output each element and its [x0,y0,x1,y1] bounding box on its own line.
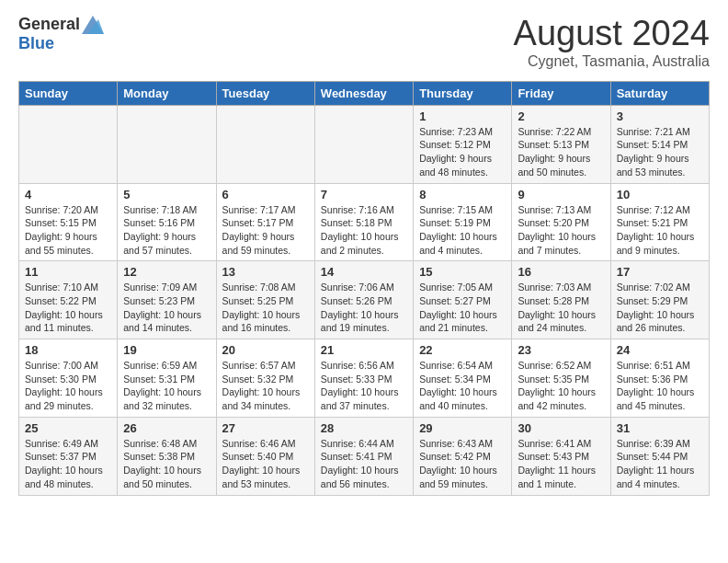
day-info: Sunrise: 6:56 AMSunset: 5:33 PMDaylight:… [321,359,407,413]
day-info: Sunrise: 6:57 AMSunset: 5:32 PMDaylight:… [222,359,309,413]
day-number: 28 [321,421,407,435]
col-saturday: Saturday [610,81,709,105]
table-row: 15Sunrise: 7:05 AMSunset: 5:27 PMDayligh… [414,261,512,339]
table-row: 28Sunrise: 6:44 AMSunset: 5:41 PMDayligh… [314,417,413,495]
table-row: 30Sunrise: 6:41 AMSunset: 5:43 PMDayligh… [512,417,610,495]
table-row: 3Sunrise: 7:21 AMSunset: 5:14 PMDaylight… [610,105,709,183]
day-info: Sunrise: 6:46 AMSunset: 5:40 PMDaylight:… [222,437,309,491]
day-number: 19 [123,343,210,357]
day-number: 20 [222,343,309,357]
table-row: 7Sunrise: 7:16 AMSunset: 5:18 PMDaylight… [314,183,413,261]
table-row: 16Sunrise: 7:03 AMSunset: 5:28 PMDayligh… [512,261,610,339]
col-monday: Monday [118,81,216,105]
calendar-week-row: 18Sunrise: 7:00 AMSunset: 5:30 PMDayligh… [19,339,710,418]
day-info: Sunrise: 6:44 AMSunset: 5:41 PMDaylight:… [321,437,407,491]
table-row [314,105,413,183]
table-row: 13Sunrise: 7:08 AMSunset: 5:25 PMDayligh… [216,261,314,339]
table-row: 2Sunrise: 7:22 AMSunset: 5:13 PMDaylight… [512,105,610,183]
table-row [118,105,216,183]
calendar-week-row: 4Sunrise: 7:20 AMSunset: 5:15 PMDaylight… [19,183,710,261]
day-number: 18 [25,343,111,357]
day-info: Sunrise: 6:51 AMSunset: 5:36 PMDaylight:… [617,359,703,413]
day-number: 10 [617,188,703,201]
day-number: 23 [518,343,604,357]
day-number: 16 [518,265,604,279]
table-row: 4Sunrise: 7:20 AMSunset: 5:15 PMDaylight… [19,183,118,261]
day-number: 2 [518,109,604,123]
table-row: 5Sunrise: 7:18 AMSunset: 5:16 PMDaylight… [118,183,216,261]
day-number: 6 [222,188,309,201]
day-number: 26 [123,421,210,435]
day-info: Sunrise: 7:23 AMSunset: 5:12 PMDaylight:… [419,125,506,179]
header-row: Sunday Monday Tuesday Wednesday Thursday… [19,81,710,105]
table-row: 19Sunrise: 6:59 AMSunset: 5:31 PMDayligh… [118,339,216,418]
calendar-week-row: 1Sunrise: 7:23 AMSunset: 5:12 PMDaylight… [19,105,710,183]
day-info: Sunrise: 6:41 AMSunset: 5:43 PMDaylight:… [518,437,604,491]
day-info: Sunrise: 7:10 AMSunset: 5:22 PMDaylight:… [25,281,111,335]
col-wednesday: Wednesday [314,81,413,105]
day-number: 24 [617,343,703,357]
day-info: Sunrise: 7:20 AMSunset: 5:15 PMDaylight:… [25,203,111,258]
day-number: 1 [419,109,506,123]
calendar-table: Sunday Monday Tuesday Wednesday Thursday… [18,81,710,496]
table-row: 25Sunrise: 6:49 AMSunset: 5:37 PMDayligh… [19,417,118,495]
table-row: 24Sunrise: 6:51 AMSunset: 5:36 PMDayligh… [610,339,709,418]
table-row: 14Sunrise: 7:06 AMSunset: 5:26 PMDayligh… [314,261,413,339]
col-tuesday: Tuesday [216,81,314,105]
month-title: August 2024 [514,15,710,53]
table-row [19,105,118,183]
day-info: Sunrise: 6:54 AMSunset: 5:34 PMDaylight:… [419,359,506,413]
day-number: 29 [419,421,506,435]
page-header: General Blue August 2024 Cygnet, Tasmani… [18,15,710,70]
day-number: 17 [617,265,703,279]
day-number: 27 [222,421,309,435]
day-number: 25 [25,421,111,435]
day-info: Sunrise: 7:18 AMSunset: 5:16 PMDaylight:… [123,203,210,258]
day-number: 9 [518,188,604,201]
table-row: 17Sunrise: 7:02 AMSunset: 5:29 PMDayligh… [610,261,709,339]
day-number: 8 [419,188,506,201]
day-info: Sunrise: 7:16 AMSunset: 5:18 PMDaylight:… [321,203,407,258]
day-info: Sunrise: 7:08 AMSunset: 5:25 PMDaylight:… [222,281,309,335]
calendar-week-row: 11Sunrise: 7:10 AMSunset: 5:22 PMDayligh… [19,261,710,339]
day-number: 5 [123,188,210,201]
logo-icon [82,16,104,34]
table-row: 11Sunrise: 7:10 AMSunset: 5:22 PMDayligh… [19,261,118,339]
table-row: 22Sunrise: 6:54 AMSunset: 5:34 PMDayligh… [414,339,512,418]
day-info: Sunrise: 7:21 AMSunset: 5:14 PMDaylight:… [617,125,703,179]
day-number: 11 [25,265,111,279]
day-number: 31 [617,421,703,435]
title-block: August 2024 Cygnet, Tasmania, Australia [514,15,710,70]
day-info: Sunrise: 7:09 AMSunset: 5:23 PMDaylight:… [123,281,210,335]
day-number: 7 [321,188,407,201]
table-row: 20Sunrise: 6:57 AMSunset: 5:32 PMDayligh… [216,339,314,418]
day-info: Sunrise: 7:22 AMSunset: 5:13 PMDaylight:… [518,125,604,179]
col-friday: Friday [512,81,610,105]
day-info: Sunrise: 6:59 AMSunset: 5:31 PMDaylight:… [123,359,210,413]
table-row: 21Sunrise: 6:56 AMSunset: 5:33 PMDayligh… [314,339,413,418]
table-row: 6Sunrise: 7:17 AMSunset: 5:17 PMDaylight… [216,183,314,261]
day-info: Sunrise: 7:13 AMSunset: 5:20 PMDaylight:… [518,203,604,258]
logo-general-text: General [18,15,80,34]
day-number: 12 [123,265,210,279]
table-row: 18Sunrise: 7:00 AMSunset: 5:30 PMDayligh… [19,339,118,418]
day-info: Sunrise: 7:05 AMSunset: 5:27 PMDaylight:… [419,281,506,335]
table-row: 23Sunrise: 6:52 AMSunset: 5:35 PMDayligh… [512,339,610,418]
day-number: 22 [419,343,506,357]
day-number: 13 [222,265,309,279]
day-number: 4 [25,188,111,201]
table-row: 12Sunrise: 7:09 AMSunset: 5:23 PMDayligh… [118,261,216,339]
day-info: Sunrise: 7:06 AMSunset: 5:26 PMDaylight:… [321,281,407,335]
page-container: General Blue August 2024 Cygnet, Tasmani… [0,0,728,511]
table-row [216,105,314,183]
table-row: 9Sunrise: 7:13 AMSunset: 5:20 PMDaylight… [512,183,610,261]
day-info: Sunrise: 6:48 AMSunset: 5:38 PMDaylight:… [123,437,210,491]
table-row: 27Sunrise: 6:46 AMSunset: 5:40 PMDayligh… [216,417,314,495]
table-row: 8Sunrise: 7:15 AMSunset: 5:19 PMDaylight… [414,183,512,261]
day-info: Sunrise: 6:43 AMSunset: 5:42 PMDaylight:… [419,437,506,491]
location-text: Cygnet, Tasmania, Australia [514,53,710,70]
calendar-week-row: 25Sunrise: 6:49 AMSunset: 5:37 PMDayligh… [19,417,710,495]
table-row: 29Sunrise: 6:43 AMSunset: 5:42 PMDayligh… [414,417,512,495]
day-number: 15 [419,265,506,279]
day-info: Sunrise: 7:02 AMSunset: 5:29 PMDaylight:… [617,281,703,335]
